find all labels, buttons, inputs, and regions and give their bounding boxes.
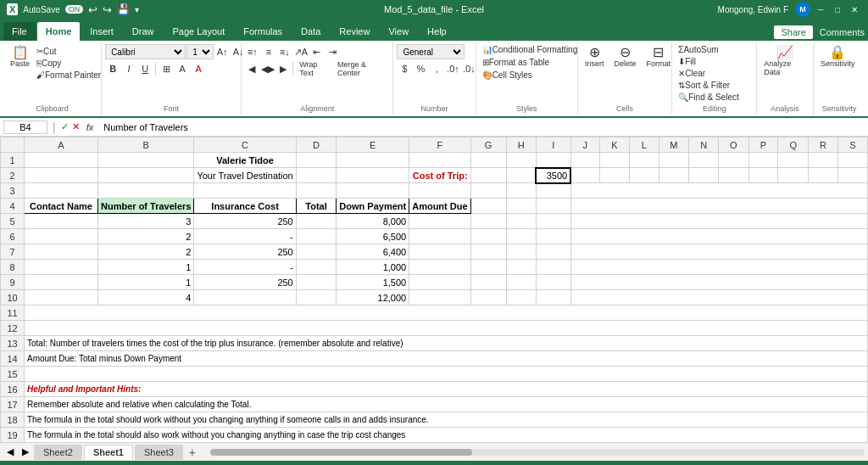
row-header-9[interactable]: 9	[1, 275, 25, 290]
align-top-center-button[interactable]: ≡	[261, 44, 276, 59]
cell-i2[interactable]: 3500	[536, 168, 570, 183]
copy-button[interactable]: ⎘ Copy	[34, 58, 103, 69]
cell-b1[interactable]	[98, 153, 194, 168]
align-top-right-button[interactable]: ≡↓	[277, 44, 292, 59]
minimize-button[interactable]: ─	[814, 3, 827, 16]
row-header-13[interactable]: 13	[1, 336, 25, 351]
sheet-tab-sheet2[interactable]: Sheet2	[34, 445, 82, 460]
format-table-button[interactable]: ⊞ Format as Table	[480, 57, 581, 68]
tab-page-layout[interactable]: Page Layout	[164, 22, 233, 41]
cell-a13[interactable]: Total: Number of travelers times the cos…	[25, 336, 868, 351]
maximize-button[interactable]: □	[831, 3, 844, 16]
increase-font-button[interactable]: A↑	[214, 44, 230, 59]
cell-h5[interactable]	[506, 214, 536, 229]
cell-c4[interactable]: Insurance Cost	[194, 199, 296, 214]
cell-g8[interactable]	[470, 260, 506, 275]
font-name-select[interactable]: Calibri	[105, 44, 186, 59]
redo-icon[interactable]: ↪	[103, 3, 112, 16]
col-header-k[interactable]: K	[600, 137, 630, 153]
cell-e1[interactable]	[337, 153, 409, 168]
cell-b6[interactable]: 2	[98, 229, 194, 244]
cell-g10[interactable]	[470, 290, 506, 305]
cell-g2[interactable]	[470, 168, 506, 183]
insert-button[interactable]: ⊕ Insert	[581, 44, 608, 103]
cell-a7[interactable]	[25, 244, 98, 260]
cell-rest-3[interactable]	[570, 183, 867, 199]
add-sheet-button[interactable]: +	[185, 445, 200, 460]
cell-c6[interactable]: -	[194, 229, 296, 244]
cell-e10[interactable]: 12,000	[337, 290, 409, 305]
col-header-i[interactable]: I	[536, 137, 570, 153]
cell-i1[interactable]	[536, 153, 570, 168]
col-header-d[interactable]: D	[296, 137, 337, 153]
col-header-h[interactable]: H	[506, 137, 536, 153]
sensitivity-button[interactable]: 🔒 Sensitivity	[817, 44, 859, 70]
tab-draw[interactable]: Draw	[124, 22, 163, 41]
cell-e5[interactable]: 8,000	[337, 214, 409, 229]
function-wizard-icon[interactable]: fx	[83, 122, 97, 132]
cell-f5[interactable]	[409, 214, 470, 229]
cell-e9[interactable]: 1,500	[337, 275, 409, 290]
cell-d2[interactable]	[296, 168, 337, 183]
col-header-s[interactable]: S	[837, 137, 867, 153]
cell-rest-5[interactable]	[570, 214, 867, 229]
find-select-button[interactable]: 🔍 Find & Select	[676, 92, 741, 103]
cell-d3[interactable]	[296, 183, 337, 199]
col-header-j[interactable]: J	[570, 137, 599, 153]
number-format-select[interactable]: General	[397, 44, 465, 59]
col-header-l[interactable]: L	[629, 137, 659, 153]
cell-11[interactable]	[25, 305, 868, 321]
cell-c2[interactable]: Your Travel Destination	[194, 168, 296, 183]
cell-e2[interactable]	[337, 168, 409, 183]
cell-i6[interactable]	[536, 229, 570, 244]
row-header-5[interactable]: 5	[1, 214, 25, 229]
cell-c10[interactable]	[194, 290, 296, 305]
formula-input[interactable]	[100, 122, 865, 132]
cell-a4[interactable]: Contact Name	[25, 199, 98, 214]
sheet-tab-sheet1[interactable]: Sheet1	[84, 445, 133, 460]
cell-c8[interactable]: -	[194, 260, 296, 275]
col-header-a[interactable]: A	[25, 137, 98, 153]
row-header-19[interactable]: 19	[1, 428, 25, 443]
formula-cancel-icon[interactable]: ✕	[72, 121, 80, 132]
indent-decrease-button[interactable]: ⇤	[309, 44, 325, 59]
col-header-n[interactable]: N	[689, 137, 719, 153]
cell-c3[interactable]	[194, 183, 296, 199]
col-header-r[interactable]: R	[808, 137, 837, 153]
cell-b2[interactable]	[98, 168, 194, 183]
row-header-6[interactable]: 6	[1, 229, 25, 244]
cell-i7[interactable]	[536, 244, 570, 260]
bold-button[interactable]: B	[105, 61, 120, 76]
cell-e3[interactable]	[337, 183, 409, 199]
paste-button[interactable]: 📋 Paste	[7, 44, 33, 70]
cell-g9[interactable]	[470, 275, 506, 290]
tab-data[interactable]: Data	[292, 22, 329, 41]
cell-e7[interactable]: 6,400	[337, 244, 409, 260]
cell-g7[interactable]	[470, 244, 506, 260]
cell-d4[interactable]: Total	[296, 199, 337, 214]
cell-g6[interactable]	[470, 229, 506, 244]
cell-c7[interactable]: 250	[194, 244, 296, 260]
cell-j2[interactable]	[570, 168, 599, 183]
wrap-text-button[interactable]: Wrap Text	[296, 61, 334, 76]
merge-center-button[interactable]: Merge & Center	[335, 61, 389, 76]
cell-i5[interactable]	[536, 214, 570, 229]
cell-h10[interactable]	[506, 290, 536, 305]
cell-g4[interactable]	[470, 199, 506, 214]
close-button[interactable]: ✕	[848, 3, 861, 16]
cell-b4[interactable]: Number of Travelers	[98, 199, 194, 214]
cell-a2[interactable]	[25, 168, 98, 183]
cell-h4[interactable]	[506, 199, 536, 214]
cell-r1[interactable]	[808, 153, 837, 168]
horizontal-scrollbar[interactable]	[210, 449, 865, 456]
cell-b3[interactable]	[98, 183, 194, 199]
cell-h8[interactable]	[506, 260, 536, 275]
row-header-10[interactable]: 10	[1, 290, 25, 305]
analyze-data-button[interactable]: 📈 Analyze Data	[760, 44, 810, 78]
fill-button[interactable]: ⬇ Fill	[676, 56, 741, 67]
align-right-button[interactable]: ▶	[276, 61, 291, 76]
cell-e8[interactable]: 1,000	[337, 260, 409, 275]
cell-m2[interactable]	[659, 168, 689, 183]
cell-rest-6[interactable]	[570, 229, 867, 244]
cell-f1[interactable]	[409, 153, 470, 168]
